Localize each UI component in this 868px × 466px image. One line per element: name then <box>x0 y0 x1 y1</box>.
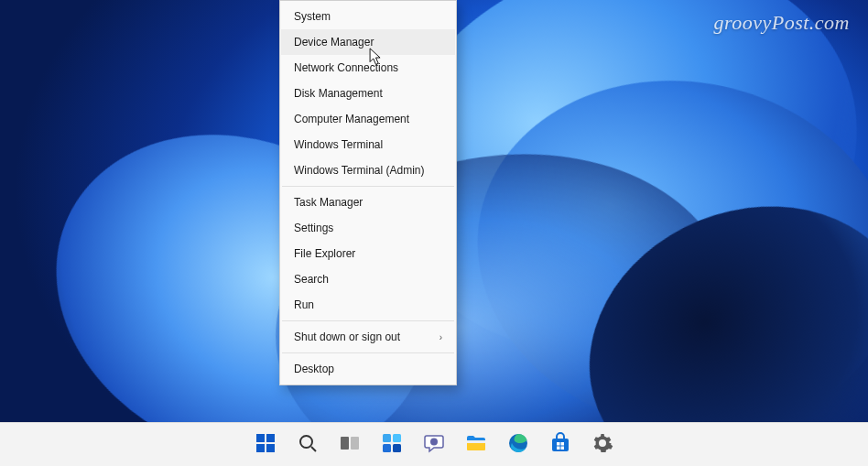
watermark-text: groovyPost.com <box>713 11 850 35</box>
svg-rect-8 <box>383 434 391 442</box>
menu-item-label: Network Connections <box>294 61 398 74</box>
svg-rect-6 <box>341 437 349 450</box>
menu-item-label: Windows Terminal <box>294 138 383 151</box>
menu-item-windows-terminal-admin[interactable]: Windows Terminal (Admin) <box>281 157 455 183</box>
widgets-icon <box>381 432 403 458</box>
menu-item-network-connections[interactable]: Network Connections <box>281 55 455 81</box>
menu-item-label: Disk Management <box>294 87 383 100</box>
edge-button[interactable] <box>500 427 537 463</box>
svg-rect-16 <box>552 439 569 451</box>
svg-point-4 <box>300 436 312 448</box>
svg-rect-2 <box>256 444 265 452</box>
settings-button[interactable] <box>584 427 621 463</box>
store-icon <box>549 432 571 458</box>
menu-item-label: System <box>294 10 331 23</box>
menu-item-label: Task Manager <box>294 196 363 209</box>
menu-item-label: Desktop <box>294 363 334 375</box>
menu-item-system[interactable]: System <box>281 4 455 29</box>
svg-rect-7 <box>351 437 359 450</box>
search-icon <box>297 432 319 458</box>
svg-rect-20 <box>561 446 565 450</box>
menu-item-desktop[interactable]: Desktop <box>281 356 455 382</box>
svg-rect-11 <box>393 444 401 452</box>
svg-rect-19 <box>557 446 560 450</box>
chevron-right-icon: › <box>439 332 442 342</box>
chat-button[interactable] <box>416 427 452 463</box>
winx-context-menu: SystemDevice ManagerNetwork ConnectionsD… <box>279 0 457 385</box>
edge-icon <box>507 432 529 458</box>
menu-item-search[interactable]: Search <box>281 266 455 292</box>
menu-item-device-manager[interactable]: Device Manager <box>281 29 455 55</box>
menu-item-settings[interactable]: Settings <box>281 215 455 241</box>
taskbar <box>0 422 868 466</box>
taskview-icon <box>339 432 361 458</box>
menu-item-label: Windows Terminal (Admin) <box>294 164 424 177</box>
menu-item-shut-down-or-sign-out[interactable]: Shut down or sign out› <box>281 324 455 350</box>
svg-rect-18 <box>561 442 565 446</box>
menu-item-label: Search <box>294 273 329 286</box>
menu-separator <box>282 352 454 353</box>
widgets-button[interactable] <box>374 427 410 463</box>
menu-item-task-manager[interactable]: Task Manager <box>281 190 455 215</box>
menu-item-label: Device Manager <box>294 36 374 49</box>
menu-item-windows-terminal[interactable]: Windows Terminal <box>281 132 455 157</box>
start-button[interactable] <box>247 427 284 463</box>
menu-item-label: Run <box>294 298 314 311</box>
menu-item-label: Shut down or sign out <box>294 331 400 343</box>
menu-item-label: Computer Management <box>294 113 409 125</box>
windows-icon <box>255 432 277 458</box>
task-view-button[interactable] <box>331 427 368 463</box>
menu-item-label: File Explorer <box>294 247 355 260</box>
menu-item-file-explorer[interactable]: File Explorer <box>281 241 455 266</box>
svg-rect-9 <box>393 434 401 442</box>
svg-rect-17 <box>557 442 560 446</box>
chat-icon <box>423 432 445 458</box>
menu-item-label: Settings <box>294 222 333 234</box>
svg-rect-14 <box>467 440 485 443</box>
menu-item-run[interactable]: Run <box>281 292 455 318</box>
store-button[interactable] <box>542 427 579 463</box>
svg-line-5 <box>311 447 316 451</box>
file-explorer-button[interactable] <box>458 427 494 463</box>
menu-item-computer-management[interactable]: Computer Management <box>281 106 455 132</box>
menu-separator <box>282 320 454 321</box>
svg-rect-1 <box>266 434 275 442</box>
menu-separator <box>282 186 454 187</box>
menu-item-disk-management[interactable]: Disk Management <box>281 81 455 106</box>
svg-point-12 <box>430 438 438 445</box>
svg-rect-10 <box>383 444 391 452</box>
svg-rect-3 <box>266 444 275 452</box>
svg-rect-0 <box>256 434 265 442</box>
search-button[interactable] <box>289 427 326 463</box>
settings-icon <box>591 432 613 458</box>
explorer-icon <box>465 432 487 458</box>
